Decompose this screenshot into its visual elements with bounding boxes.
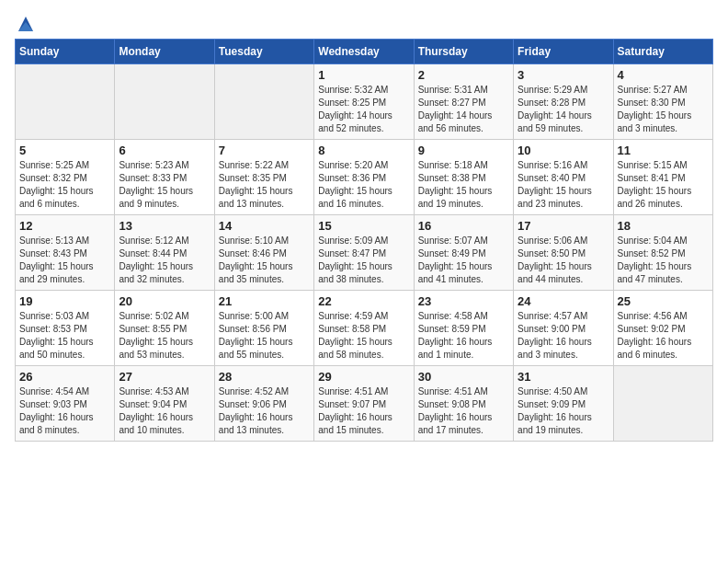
day-number: 8 — [318, 144, 409, 157]
day-number: 23 — [418, 294, 509, 308]
calendar-cell: 20Sunrise: 5:02 AMSunset: 8:55 PMDayligh… — [115, 291, 214, 366]
day-number: 27 — [119, 370, 210, 384]
calendar-table: SundayMondayTuesdayWednesdayThursdayFrid… — [15, 39, 713, 442]
day-info: Sunrise: 4:59 AMSunset: 8:58 PMDaylight:… — [318, 310, 409, 362]
day-info: Sunrise: 5:16 AMSunset: 8:40 PMDaylight:… — [518, 159, 609, 211]
page-header — [15, 15, 713, 31]
calendar-cell: 31Sunrise: 4:50 AMSunset: 9:09 PMDayligh… — [514, 366, 613, 442]
calendar-cell: 4Sunrise: 5:27 AMSunset: 8:30 PMDaylight… — [613, 64, 712, 140]
calendar-cell: 17Sunrise: 5:06 AMSunset: 8:50 PMDayligh… — [514, 215, 613, 291]
day-number: 25 — [618, 294, 709, 308]
calendar-cell — [214, 64, 313, 140]
calendar-cell: 5Sunrise: 5:25 AMSunset: 8:32 PMDaylight… — [16, 140, 115, 215]
day-info: Sunrise: 5:29 AMSunset: 8:28 PMDaylight:… — [518, 84, 609, 135]
calendar-cell: 14Sunrise: 5:10 AMSunset: 8:46 PMDayligh… — [214, 215, 313, 291]
weekday-header-wednesday: Wednesday — [314, 40, 414, 64]
day-info: Sunrise: 5:00 AMSunset: 8:56 PMDaylight:… — [219, 310, 310, 362]
day-info: Sunrise: 5:25 AMSunset: 8:32 PMDaylight:… — [19, 159, 110, 211]
calendar-cell: 18Sunrise: 5:04 AMSunset: 8:52 PMDayligh… — [613, 215, 712, 291]
svg-marker-1 — [18, 22, 33, 31]
day-info: Sunrise: 4:54 AMSunset: 9:03 PMDaylight:… — [19, 385, 110, 437]
day-number: 20 — [119, 294, 210, 308]
day-info: Sunrise: 4:52 AMSunset: 9:06 PMDaylight:… — [219, 385, 310, 437]
day-info: Sunrise: 4:51 AMSunset: 9:08 PMDaylight:… — [418, 385, 509, 437]
calendar-cell: 16Sunrise: 5:07 AMSunset: 8:49 PMDayligh… — [414, 215, 513, 291]
calendar-cell: 21Sunrise: 5:00 AMSunset: 8:56 PMDayligh… — [214, 291, 313, 366]
day-info: Sunrise: 4:50 AMSunset: 9:09 PMDaylight:… — [518, 385, 609, 437]
day-number: 10 — [518, 144, 609, 157]
calendar-cell: 19Sunrise: 5:03 AMSunset: 8:53 PMDayligh… — [16, 291, 115, 366]
day-number: 18 — [618, 219, 709, 233]
calendar-cell: 23Sunrise: 4:58 AMSunset: 8:59 PMDayligh… — [414, 291, 513, 366]
calendar-cell: 13Sunrise: 5:12 AMSunset: 8:44 PMDayligh… — [115, 215, 214, 291]
calendar-cell: 25Sunrise: 4:56 AMSunset: 9:02 PMDayligh… — [613, 291, 712, 366]
calendar-week-row: 12Sunrise: 5:13 AMSunset: 8:43 PMDayligh… — [16, 215, 713, 291]
day-info: Sunrise: 5:22 AMSunset: 8:35 PMDaylight:… — [219, 159, 310, 211]
day-info: Sunrise: 5:20 AMSunset: 8:36 PMDaylight:… — [318, 159, 409, 211]
day-info: Sunrise: 4:53 AMSunset: 9:04 PMDaylight:… — [119, 385, 210, 437]
calendar-week-row: 5Sunrise: 5:25 AMSunset: 8:32 PMDaylight… — [16, 140, 713, 215]
day-info: Sunrise: 5:27 AMSunset: 8:30 PMDaylight:… — [618, 84, 709, 135]
calendar-cell: 24Sunrise: 4:57 AMSunset: 9:00 PMDayligh… — [514, 291, 613, 366]
day-number: 13 — [119, 219, 210, 233]
day-info: Sunrise: 5:23 AMSunset: 8:33 PMDaylight:… — [119, 159, 210, 211]
day-info: Sunrise: 5:10 AMSunset: 8:46 PMDaylight:… — [219, 235, 310, 286]
day-number: 29 — [318, 370, 409, 384]
calendar-cell: 7Sunrise: 5:22 AMSunset: 8:35 PMDaylight… — [214, 140, 313, 215]
day-number: 14 — [219, 219, 310, 233]
day-info: Sunrise: 5:06 AMSunset: 8:50 PMDaylight:… — [518, 235, 609, 286]
day-number: 24 — [518, 294, 609, 308]
calendar-cell — [16, 64, 115, 140]
day-info: Sunrise: 5:18 AMSunset: 8:38 PMDaylight:… — [418, 159, 509, 211]
calendar-cell: 10Sunrise: 5:16 AMSunset: 8:40 PMDayligh… — [514, 140, 613, 215]
day-info: Sunrise: 5:31 AMSunset: 8:27 PMDaylight:… — [418, 84, 509, 135]
calendar-cell: 9Sunrise: 5:18 AMSunset: 8:38 PMDaylight… — [414, 140, 513, 215]
day-number: 2 — [418, 68, 509, 82]
weekday-header-tuesday: Tuesday — [214, 40, 313, 64]
day-number: 26 — [19, 370, 110, 384]
weekday-header-row: SundayMondayTuesdayWednesdayThursdayFrid… — [16, 40, 713, 64]
day-info: Sunrise: 5:09 AMSunset: 8:47 PMDaylight:… — [318, 235, 409, 286]
day-number: 9 — [418, 144, 509, 157]
day-info: Sunrise: 4:51 AMSunset: 9:07 PMDaylight:… — [318, 385, 409, 437]
day-info: Sunrise: 5:13 AMSunset: 8:43 PMDaylight:… — [19, 235, 110, 286]
calendar-cell: 29Sunrise: 4:51 AMSunset: 9:07 PMDayligh… — [314, 366, 414, 442]
calendar-cell: 27Sunrise: 4:53 AMSunset: 9:04 PMDayligh… — [115, 366, 214, 442]
calendar-cell: 30Sunrise: 4:51 AMSunset: 9:08 PMDayligh… — [414, 366, 513, 442]
calendar-cell: 26Sunrise: 4:54 AMSunset: 9:03 PMDayligh… — [16, 366, 115, 442]
calendar-cell: 11Sunrise: 5:15 AMSunset: 8:41 PMDayligh… — [613, 140, 712, 215]
calendar-cell: 12Sunrise: 5:13 AMSunset: 8:43 PMDayligh… — [16, 215, 115, 291]
calendar-cell: 3Sunrise: 5:29 AMSunset: 8:28 PMDaylight… — [514, 64, 613, 140]
calendar-cell — [613, 366, 712, 442]
day-info: Sunrise: 5:04 AMSunset: 8:52 PMDaylight:… — [618, 235, 709, 286]
day-number: 5 — [19, 144, 110, 157]
calendar-cell: 22Sunrise: 4:59 AMSunset: 8:58 PMDayligh… — [314, 291, 414, 366]
day-number: 28 — [219, 370, 310, 384]
day-number: 21 — [219, 294, 310, 308]
day-info: Sunrise: 5:03 AMSunset: 8:53 PMDaylight:… — [19, 310, 110, 362]
calendar-week-row: 1Sunrise: 5:32 AMSunset: 8:25 PMDaylight… — [16, 64, 713, 140]
calendar-cell — [115, 64, 214, 140]
calendar-cell: 2Sunrise: 5:31 AMSunset: 8:27 PMDaylight… — [414, 64, 513, 140]
day-number: 16 — [418, 219, 509, 233]
logo-icon — [17, 15, 35, 33]
calendar-cell: 8Sunrise: 5:20 AMSunset: 8:36 PMDaylight… — [314, 140, 414, 215]
day-info: Sunrise: 5:02 AMSunset: 8:55 PMDaylight:… — [119, 310, 210, 362]
day-number: 17 — [518, 219, 609, 233]
weekday-header-sunday: Sunday — [16, 40, 115, 64]
day-number: 22 — [318, 294, 409, 308]
day-number: 30 — [418, 370, 509, 384]
weekday-header-monday: Monday — [115, 40, 214, 64]
day-number: 1 — [318, 68, 409, 82]
day-number: 3 — [518, 68, 609, 82]
day-info: Sunrise: 5:12 AMSunset: 8:44 PMDaylight:… — [119, 235, 210, 286]
calendar-cell: 28Sunrise: 4:52 AMSunset: 9:06 PMDayligh… — [214, 366, 313, 442]
calendar-week-row: 19Sunrise: 5:03 AMSunset: 8:53 PMDayligh… — [16, 291, 713, 366]
weekday-header-friday: Friday — [514, 40, 613, 64]
calendar-cell: 6Sunrise: 5:23 AMSunset: 8:33 PMDaylight… — [115, 140, 214, 215]
day-info: Sunrise: 5:15 AMSunset: 8:41 PMDaylight:… — [618, 159, 709, 211]
calendar-cell: 1Sunrise: 5:32 AMSunset: 8:25 PMDaylight… — [314, 64, 414, 140]
logo-text — [15, 15, 35, 33]
day-number: 6 — [119, 144, 210, 157]
day-number: 11 — [618, 144, 709, 157]
